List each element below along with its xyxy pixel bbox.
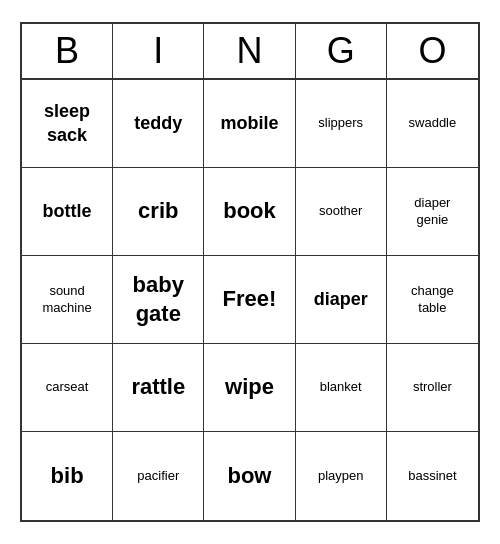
cell-text-22: bow: [227, 462, 271, 491]
cell-text-2: mobile: [220, 112, 278, 135]
cell-text-9: diaper genie: [414, 195, 450, 229]
bingo-cell-7: book: [204, 168, 295, 256]
bingo-grid: sleep sackteddymobileslippersswaddlebott…: [22, 80, 478, 520]
cell-text-13: diaper: [314, 288, 368, 311]
bingo-cell-23: playpen: [296, 432, 387, 520]
bingo-cell-11: baby gate: [113, 256, 204, 344]
bingo-cell-9: diaper genie: [387, 168, 478, 256]
bingo-cell-0: sleep sack: [22, 80, 113, 168]
cell-text-5: bottle: [43, 200, 92, 223]
cell-text-12: Free!: [223, 285, 277, 314]
cell-text-20: bib: [51, 462, 84, 491]
bingo-cell-10: sound machine: [22, 256, 113, 344]
header-letter-o: O: [387, 24, 478, 78]
bingo-cell-16: rattle: [113, 344, 204, 432]
bingo-cell-2: mobile: [204, 80, 295, 168]
bingo-cell-6: crib: [113, 168, 204, 256]
bingo-card: BINGO sleep sackteddymobileslippersswadd…: [20, 22, 480, 522]
bingo-cell-14: change table: [387, 256, 478, 344]
cell-text-1: teddy: [134, 112, 182, 135]
bingo-cell-5: bottle: [22, 168, 113, 256]
bingo-cell-1: teddy: [113, 80, 204, 168]
cell-text-19: stroller: [413, 379, 452, 396]
cell-text-10: sound machine: [43, 283, 92, 317]
cell-text-8: soother: [319, 203, 362, 220]
cell-text-21: pacifier: [137, 468, 179, 485]
bingo-cell-22: bow: [204, 432, 295, 520]
bingo-cell-15: carseat: [22, 344, 113, 432]
cell-text-11: baby gate: [133, 271, 184, 328]
bingo-cell-21: pacifier: [113, 432, 204, 520]
bingo-cell-18: blanket: [296, 344, 387, 432]
cell-text-18: blanket: [320, 379, 362, 396]
bingo-cell-12: Free!: [204, 256, 295, 344]
bingo-cell-8: soother: [296, 168, 387, 256]
cell-text-15: carseat: [46, 379, 89, 396]
cell-text-7: book: [223, 197, 276, 226]
header-letter-g: G: [296, 24, 387, 78]
cell-text-16: rattle: [131, 373, 185, 402]
bingo-cell-13: diaper: [296, 256, 387, 344]
cell-text-24: bassinet: [408, 468, 456, 485]
cell-text-4: swaddle: [409, 115, 457, 132]
cell-text-17: wipe: [225, 373, 274, 402]
header-letter-b: B: [22, 24, 113, 78]
cell-text-3: slippers: [318, 115, 363, 132]
bingo-cell-3: slippers: [296, 80, 387, 168]
bingo-header: BINGO: [22, 24, 478, 80]
bingo-cell-4: swaddle: [387, 80, 478, 168]
cell-text-14: change table: [411, 283, 454, 317]
header-letter-i: I: [113, 24, 204, 78]
bingo-cell-24: bassinet: [387, 432, 478, 520]
cell-text-0: sleep sack: [44, 100, 90, 147]
bingo-cell-17: wipe: [204, 344, 295, 432]
cell-text-6: crib: [138, 197, 178, 226]
header-letter-n: N: [204, 24, 295, 78]
bingo-cell-20: bib: [22, 432, 113, 520]
bingo-cell-19: stroller: [387, 344, 478, 432]
cell-text-23: playpen: [318, 468, 364, 485]
